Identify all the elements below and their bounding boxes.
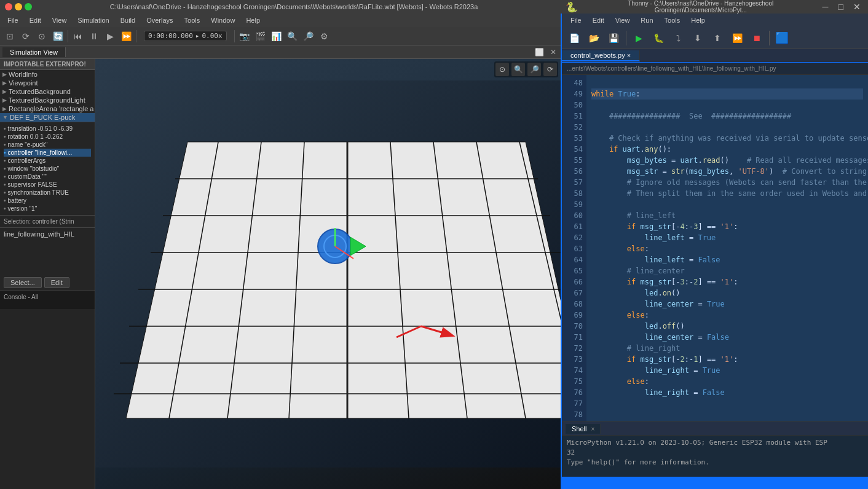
prop-rotation[interactable]: •rotation 0.0 1 -0.262 (4, 133, 91, 141)
thonny-run-btn[interactable]: ▶ (630, 29, 647, 47)
code-editor[interactable]: 4849505152535455565758596061626364656667… (562, 75, 868, 421)
tree-world-info[interactable]: ▶ WorldInfo (0, 70, 95, 79)
menu-window[interactable]: Window (206, 15, 240, 25)
code-line-57[interactable]: # Ignore old messages (Webots can send f… (591, 177, 863, 188)
tree-textured-bg[interactable]: ▶ TexturedBackground (0, 87, 95, 96)
prop-controller-args[interactable]: •controllerArgs (4, 157, 91, 165)
thonny-min-btn[interactable]: ─ (820, 2, 831, 12)
play-btn[interactable]: ▶ (103, 29, 117, 44)
code-line-66[interactable]: if msg_str[-3:-2] == '1': (591, 276, 863, 288)
prop-synchronization[interactable]: •synchronization TRUE (4, 189, 91, 197)
thonny-step-out-btn[interactable]: ⬆ (709, 29, 726, 47)
code-line-58[interactable]: # Then split them in the same order used… (591, 188, 863, 199)
code-line-49[interactable]: while True: (591, 88, 863, 100)
code-line-76[interactable]: line_right = False (591, 387, 863, 398)
code-line-73[interactable]: if msg_str[-2:-1] == '1': (591, 354, 863, 365)
reset-btn[interactable]: ⏮ (71, 29, 85, 44)
code-line-50[interactable] (591, 100, 863, 111)
webots-max-btn[interactable] (25, 3, 32, 10)
webots-close-btn[interactable] (5, 3, 12, 10)
menu-overlays[interactable]: Overlays (141, 15, 178, 25)
prop-name[interactable]: •name "e-puck" (4, 141, 91, 149)
zoom-in-btn[interactable]: 🔍 (285, 29, 300, 44)
shell-tab[interactable]: Shell × (566, 424, 601, 434)
code-line-68[interactable]: line_center = True (591, 299, 863, 310)
code-line-67[interactable]: led.on() (591, 288, 863, 299)
vp-btn-3[interactable]: 🔎 (527, 63, 541, 76)
thonny-menu-help[interactable]: Help (686, 15, 710, 25)
code-line-61[interactable]: if msg_str[-4:-3] == '1': (591, 221, 863, 232)
thonny-menu-tools[interactable]: Tools (660, 15, 685, 25)
screenshot-btn[interactable]: 📷 (237, 29, 252, 44)
code-line-71[interactable]: line_center = False (591, 332, 863, 343)
webots-min-btn[interactable] (15, 3, 22, 10)
code-line-54[interactable]: if uart.any(): (591, 144, 863, 155)
edit-btn[interactable]: Edit (44, 277, 69, 288)
code-line-79[interactable]: ################ Think ################# (591, 420, 863, 421)
prop-custom-data[interactable]: •customData "" (4, 173, 91, 181)
thonny-menu-run[interactable]: Run (636, 15, 658, 25)
step-btn[interactable]: ⏸ (87, 29, 101, 44)
thonny-open-btn[interactable]: 📂 (585, 29, 602, 47)
code-line-56[interactable]: msg_str = str(msg_bytes, 'UTF-8') # Conv… (591, 166, 863, 177)
reload-btn[interactable]: 🔄 (50, 29, 65, 44)
tree-viewpoint[interactable]: ▶ Viewpoint (0, 79, 95, 87)
prop-version[interactable]: •version "1" (4, 205, 91, 213)
code-line-69[interactable]: else: (591, 310, 863, 321)
code-content[interactable]: while True: ################ See #######… (586, 75, 868, 421)
select-btn[interactable]: Select... (4, 277, 42, 288)
code-line-51[interactable]: ################ See ################## (591, 111, 863, 122)
vp-btn-2[interactable]: 🔍 (511, 63, 525, 76)
code-line-62[interactable]: line_left = True (591, 232, 863, 243)
code-line-55[interactable]: msg_bytes = uart.read() # Read all recei… (591, 155, 863, 166)
new-world-btn[interactable]: ⊡ (2, 29, 17, 44)
menu-build[interactable]: Build (116, 15, 140, 25)
prop-supervisor[interactable]: •supervisor FALSE (4, 181, 91, 189)
movie-btn[interactable]: 🎬 (253, 29, 268, 44)
code-line-75[interactable]: else: (591, 376, 863, 387)
open-world-btn[interactable]: ⟳ (18, 29, 33, 44)
tree-textured-bg-light[interactable]: ▶ TexturedBackgroundLight (0, 96, 95, 104)
save-world-btn[interactable]: ⊙ (34, 29, 49, 44)
tree-epuck[interactable]: ▼ DEF E_PUCK E-puck (0, 113, 95, 122)
thonny-menu-view[interactable]: View (610, 15, 635, 25)
thonny-menu-file[interactable]: File (566, 15, 586, 25)
thonny-stop-btn[interactable]: ⏹ (748, 29, 765, 47)
code-line-77[interactable] (591, 398, 863, 409)
code-line-60[interactable]: # line_left (591, 210, 863, 221)
code-line-72[interactable]: # line_right (591, 343, 863, 354)
menu-tools[interactable]: Tools (180, 15, 205, 25)
tab-close-btn[interactable]: ✕ (548, 48, 558, 57)
chart-btn[interactable]: 📊 (269, 29, 284, 44)
code-line-74[interactable]: line_right = True (591, 365, 863, 376)
code-line-65[interactable]: # line_center (591, 265, 863, 276)
thonny-max-btn[interactable]: □ (836, 2, 846, 12)
zoom-out-btn[interactable]: 🔎 (301, 29, 316, 44)
thonny-resume-btn[interactable]: ⏩ (728, 29, 746, 47)
tab-expand-btn[interactable]: ⬜ (533, 48, 546, 57)
thonny-save-btn[interactable]: 💾 (605, 29, 622, 47)
shell-close-btn[interactable]: × (591, 426, 595, 432)
prop-window[interactable]: •window "botstudio" (4, 165, 91, 173)
code-line-52[interactable] (591, 122, 863, 133)
viewport-3d[interactable]: ⊙ 🔍 🔎 ⟳ (95, 59, 561, 489)
thonny-menu-edit[interactable]: Edit (588, 15, 609, 25)
sim-view-tab[interactable]: Simulation View (2, 47, 66, 57)
thonny-step-over-btn[interactable]: ⤵ (669, 29, 687, 47)
menu-file[interactable]: File (2, 15, 23, 25)
prop-controller[interactable]: •controller "line_followi... (4, 149, 91, 157)
menu-help[interactable]: Help (241, 15, 265, 25)
vp-btn-4[interactable]: ⟳ (543, 63, 557, 76)
code-line-48[interactable] (591, 77, 863, 88)
menu-view[interactable]: View (47, 15, 72, 25)
code-line-70[interactable]: led.off() (591, 321, 863, 332)
thonny-debug-btn[interactable]: 🐛 (650, 29, 667, 47)
thonny-file-tab-control[interactable]: control_webots.py × (562, 50, 640, 61)
code-line-59[interactable] (591, 199, 863, 210)
fast-fwd-btn[interactable]: ⏩ (119, 29, 133, 44)
tree-rectangle-arena[interactable]: ▶ RectangleArena 'rectangle a (0, 104, 95, 113)
prop-translation[interactable]: •translation -0.51 0 -6.39 (4, 125, 91, 133)
shell-content[interactable]: MicroPython v1.21.0 on 2023-10-05; Gener… (562, 436, 868, 477)
code-line-64[interactable]: line_left = False (591, 254, 863, 265)
menu-simulation[interactable]: Simulation (73, 15, 114, 25)
